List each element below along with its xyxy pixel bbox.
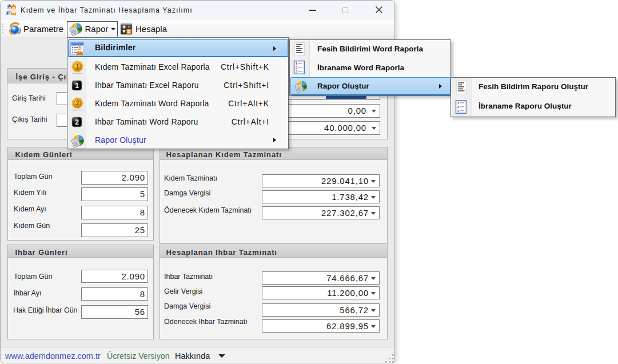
- svg-text:1: 1: [76, 63, 79, 70]
- svg-text:2: 2: [75, 118, 79, 126]
- svg-text:1: 1: [75, 81, 79, 89]
- svg-text:2: 2: [76, 99, 79, 106]
